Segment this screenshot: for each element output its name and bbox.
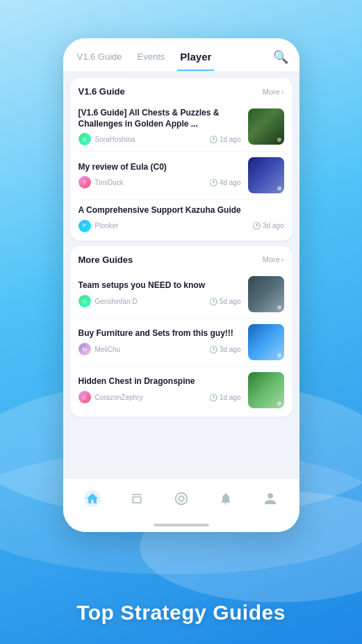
guide-meta-5: M MeiiChu 🕐 3d ago: [79, 343, 241, 355]
nav-profile[interactable]: [255, 488, 286, 510]
author-1: SoraHoshina: [95, 136, 135, 143]
thumb-dot-2: [277, 186, 281, 191]
time-4: 🕐 5d ago: [209, 298, 241, 305]
guide-title-6: Hidden Chest in Dragonspine: [79, 376, 241, 387]
tab-bar: V1.6 Guide Events Player 🔍: [63, 38, 299, 72]
tab-player[interactable]: Player: [177, 51, 214, 71]
guide-title-4: Team setups you NEED to know: [79, 280, 241, 291]
bottom-nav: [63, 478, 299, 518]
guide-thumb-6: [248, 372, 284, 408]
guide-info-5: Buy Furniture and Sets from this guy!!! …: [79, 328, 241, 355]
bottom-title: Top Strategy Guides: [0, 601, 362, 625]
thumb-dot-1: [277, 138, 281, 142]
time-2: 🕐 4d ago: [209, 179, 241, 186]
avatar-6: C: [79, 391, 91, 403]
author-5: MeiiChu: [95, 346, 121, 353]
svg-point-1: [179, 496, 183, 501]
guide-info-2: My review of Eula (C0) T TimiDuck 🕐 4d a…: [79, 162, 241, 189]
thumb-dot-5: [277, 353, 281, 357]
chevron-right-icon: ›: [281, 88, 284, 96]
guide-meta-2: T TimiDuck 🕐 4d ago: [79, 176, 241, 188]
clock-icon-6: 🕐: [209, 394, 217, 401]
thumb-dot-4: [277, 305, 281, 309]
guide-item-1[interactable]: [V1.6 Guide] All Chests & Puzzles & Chal…: [79, 102, 284, 152]
tab-events[interactable]: Events: [135, 51, 168, 70]
nav-notifications[interactable]: [211, 488, 241, 510]
author-4: Genshinfan:D: [95, 298, 138, 305]
guide-info-6: Hidden Chest in Dragonspine C CorazonZep…: [79, 376, 241, 403]
clock-icon-2: 🕐: [209, 179, 217, 186]
home-bar: [63, 518, 299, 532]
nav-community[interactable]: [166, 488, 197, 510]
author-6: CorazonZephry: [95, 394, 143, 401]
home-indicator: [154, 524, 209, 526]
guide-meta-3: P Plonker 🕐 3d ago: [79, 220, 284, 232]
home-icon: [84, 490, 101, 507]
author-2: TimiDuck: [95, 179, 124, 186]
guide-item-3[interactable]: A Comprehensive Support Kazuha Guide P P…: [79, 200, 284, 238]
avatar-2: T: [79, 176, 91, 188]
background: V1.6 Guide Events Player 🔍 V1.6 Guide Mo…: [0, 0, 362, 644]
guide-thumb-4: [248, 276, 284, 312]
time-3: 🕐 3d ago: [252, 222, 284, 230]
section-v16-guide: V1.6 Guide More › [V1.6 Guide] All Chest…: [70, 78, 293, 241]
section-title-v16: V1.6 Guide: [79, 86, 125, 97]
section-more-more[interactable]: More ›: [263, 255, 284, 264]
section-more-guides: More Guides More › Team setups you NEED …: [70, 246, 293, 417]
svg-point-0: [175, 492, 187, 504]
clock-icon-3: 🕐: [252, 222, 261, 230]
store-icon: [129, 490, 145, 507]
guide-title-5: Buy Furniture and Sets from this guy!!!: [79, 328, 241, 339]
time-6: 🕐 1d ago: [209, 394, 241, 401]
section-more-v16[interactable]: More ›: [263, 88, 284, 96]
guide-title-1: [V1.6 Guide] All Chests & Puzzles & Chal…: [79, 108, 241, 129]
guide-title-2: My review of Eula (C0): [79, 162, 241, 173]
clock-icon-4: 🕐: [209, 298, 217, 305]
community-icon: [173, 490, 190, 507]
time-1: 🕐 1d ago: [209, 136, 241, 143]
guide-meta-1: S SoraHoshina 🕐 1d ago: [79, 133, 241, 145]
clock-icon-1: 🕐: [209, 136, 217, 143]
content-area: V1.6 Guide More › [V1.6 Guide] All Chest…: [63, 72, 299, 478]
person-icon: [262, 490, 279, 507]
tab-recommended[interactable]: V1.6 Guide: [74, 51, 125, 70]
bell-icon: [217, 490, 234, 507]
search-icon[interactable]: 🔍: [273, 49, 288, 72]
guide-info-3: A Comprehensive Support Kazuha Guide P P…: [79, 205, 284, 232]
avatar-4: G: [79, 295, 91, 307]
guide-meta-6: C CorazonZephry 🕐 1d ago: [79, 391, 241, 403]
guide-item-2[interactable]: My review of Eula (C0) T TimiDuck 🕐 4d a…: [79, 152, 284, 200]
author-3: Plonker: [95, 222, 119, 230]
guide-thumb-5: [248, 324, 284, 360]
guide-meta-4: G Genshinfan:D 🕐 5d ago: [79, 295, 241, 307]
guide-item-5[interactable]: Buy Furniture and Sets from this guy!!! …: [79, 319, 284, 367]
guide-thumb-2: [248, 157, 284, 193]
nav-store[interactable]: [122, 488, 152, 510]
phone-card: V1.6 Guide Events Player 🔍 V1.6 Guide Mo…: [63, 38, 299, 532]
section-header-v16: V1.6 Guide More ›: [79, 86, 284, 97]
guide-info-4: Team setups you NEED to know G Genshinfa…: [79, 280, 241, 307]
chevron-right-icon-2: ›: [281, 255, 284, 264]
guide-thumb-1: [248, 108, 284, 145]
avatar-5: M: [79, 343, 91, 355]
guide-info-1: [V1.6 Guide] All Chests & Puzzles & Chal…: [79, 108, 241, 145]
section-title-more: More Guides: [79, 255, 133, 265]
nav-home[interactable]: [77, 488, 108, 510]
guide-title-3: A Comprehensive Support Kazuha Guide: [79, 205, 284, 216]
guide-item-4[interactable]: Team setups you NEED to know G Genshinfa…: [79, 271, 284, 319]
thumb-dot-6: [277, 401, 281, 405]
guide-item-6[interactable]: Hidden Chest in Dragonspine C CorazonZep…: [79, 367, 284, 414]
time-5: 🕐 3d ago: [209, 346, 241, 353]
avatar-3: P: [79, 220, 91, 232]
section-header-more: More Guides More ›: [79, 255, 284, 265]
avatar-1: S: [79, 133, 91, 145]
clock-icon-5: 🕐: [209, 346, 217, 353]
